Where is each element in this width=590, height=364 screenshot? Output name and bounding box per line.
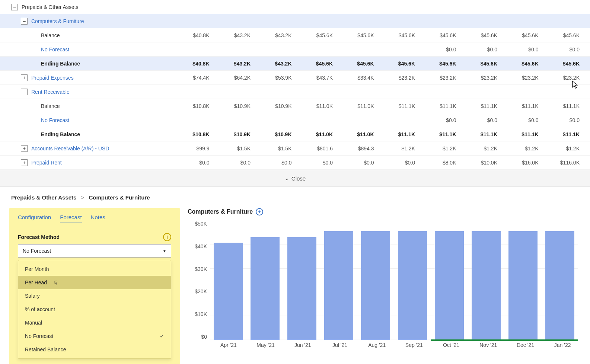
cell: $1.2K (549, 146, 590, 151)
cell: $10.8K (179, 131, 220, 137)
expand-icon[interactable]: − (21, 89, 28, 95)
x-tick: Jul '21 (325, 342, 355, 348)
cell: $45.6K (302, 61, 344, 67)
option--of-account[interactable]: % of account (18, 303, 171, 316)
table-row[interactable]: +Prepaid Expenses$74.4K$64.2K$53.9K$43.7… (0, 71, 590, 85)
x-axis-line (210, 340, 578, 340)
cell: $45.6K (343, 61, 385, 67)
cell: $0.0 (302, 160, 344, 166)
row-label[interactable]: No Forecast (41, 47, 69, 52)
cell (179, 47, 220, 52)
cell: $23.2K (385, 75, 426, 81)
bar[interactable] (361, 231, 390, 340)
cell (343, 117, 385, 123)
table-row[interactable]: +Accounts Receivable (A/R) - USD$99.9$1.… (0, 141, 590, 156)
expand-icon[interactable]: − (21, 18, 28, 25)
cell (302, 47, 344, 52)
breadcrumb-separator: > (81, 194, 84, 201)
chart-title: Computers & Furniture (188, 208, 253, 215)
cell: $11.1K (425, 103, 467, 109)
cell: $11.1K (549, 103, 590, 109)
row-label[interactable]: No Forecast (41, 117, 69, 123)
cell (220, 47, 261, 52)
cell: $11.0K (302, 131, 344, 137)
cell: $11.1K (508, 131, 549, 137)
x-tick: Aug '21 (362, 342, 392, 348)
expand-icon[interactable]: + (21, 74, 28, 81)
cell (385, 47, 426, 52)
cell: $45.6K (385, 32, 426, 38)
cell: $45.6K (549, 32, 590, 38)
cell: $0.0 (508, 47, 549, 52)
cell (261, 47, 302, 52)
cell: $23.2K (467, 75, 508, 81)
table-row[interactable]: −Computers & Furniture (0, 14, 590, 28)
option-manual[interactable]: Manual (18, 316, 171, 329)
cell (302, 117, 344, 123)
caret-down-icon: ▼ (163, 249, 166, 253)
forecast-baseline (431, 339, 578, 341)
option-label: Manual (25, 320, 42, 326)
info-icon[interactable]: i (163, 233, 171, 241)
cell: $33.4K (343, 75, 385, 81)
table-row[interactable]: No Forecast$0.0$0.0$0.0$0.0 (0, 42, 590, 57)
y-axis: $50K$40K$30K$20K$10K$0 (188, 221, 210, 340)
forecast-method-select[interactable]: No Forecast ▼ (18, 244, 171, 258)
y-tick: $10K (195, 311, 207, 317)
bar[interactable] (214, 243, 243, 340)
table-row[interactable]: −Rent Receivable (0, 85, 590, 99)
row-label[interactable]: Prepaid Rent (31, 160, 62, 166)
cell: $0.0 (385, 160, 426, 166)
expand-icon[interactable]: − (11, 4, 18, 10)
close-panel-button[interactable]: ⌄ Close (0, 170, 590, 187)
forecast-panel: ConfigurationForecastNotes Forecast Meth… (9, 208, 180, 364)
tab-forecast[interactable]: Forecast (60, 214, 82, 223)
option-per-month[interactable]: Per Month (18, 262, 171, 276)
cell: $1.5K (220, 146, 261, 151)
x-tick: Apr '21 (214, 342, 243, 348)
option-salary[interactable]: Salary (18, 289, 171, 303)
bar[interactable] (435, 231, 464, 340)
cell: $45.6K (343, 32, 385, 38)
option-retained-balance[interactable]: Retained Balance (18, 343, 171, 356)
table-row[interactable]: +Prepaid Rent$0.0$0.0$0.0$0.0$0.0$0.0$8.… (0, 156, 590, 170)
cell: $116.0K (549, 160, 590, 166)
cell: $11.1K (385, 131, 426, 137)
cell: $10.9K (261, 103, 302, 109)
bar[interactable] (287, 237, 316, 340)
cell: $11.1K (508, 103, 549, 109)
bar[interactable] (324, 231, 353, 340)
expand-icon[interactable]: + (21, 159, 28, 166)
cell: $1.2K (508, 146, 549, 151)
row-root[interactable]: − Prepaids & Other Assets (0, 0, 590, 14)
cell: $11.0K (343, 131, 385, 137)
table-row: Balance$40.8K$43.2K$43.2K$45.6K$45.6K$45… (0, 28, 590, 42)
bar[interactable] (545, 231, 574, 340)
cell: $11.1K (549, 131, 590, 137)
breadcrumb-root[interactable]: Prepaids & Other Assets (11, 194, 76, 201)
cell: $45.6K (385, 61, 426, 67)
table-row[interactable]: No Forecast$0.0$0.0$0.0$0.0 (0, 113, 590, 127)
add-chart-icon[interactable]: + (256, 208, 263, 215)
row-label[interactable]: Rent Receivable (31, 89, 70, 95)
chart-area: Computers & Furniture + $50K$40K$30K$20K… (188, 208, 581, 355)
tab-configuration[interactable]: Configuration (18, 214, 51, 223)
option-no-forecast[interactable]: No Forecast✓ (18, 329, 171, 343)
cell: $45.6K (508, 32, 549, 38)
bar[interactable] (398, 231, 427, 340)
table-row: Ending Balance$10.8K$10.9K$10.9K$11.0K$1… (0, 127, 590, 141)
option-per-head[interactable]: Per Head☟ (18, 276, 171, 289)
cell: $1.5K (261, 146, 302, 151)
expand-icon[interactable]: + (21, 145, 28, 152)
row-label[interactable]: Accounts Receivable (A/R) - USD (31, 146, 109, 151)
bar[interactable] (251, 237, 280, 340)
y-tick: $0 (201, 334, 207, 340)
cell (343, 47, 385, 52)
bar[interactable] (508, 231, 538, 340)
bar[interactable] (472, 231, 501, 340)
row-label[interactable]: Prepaid Expenses (31, 75, 74, 81)
tab-notes[interactable]: Notes (91, 214, 105, 223)
x-tick: Sep '21 (399, 342, 429, 348)
row-label[interactable]: Computers & Furniture (31, 18, 84, 24)
option-label: % of account (25, 306, 55, 312)
